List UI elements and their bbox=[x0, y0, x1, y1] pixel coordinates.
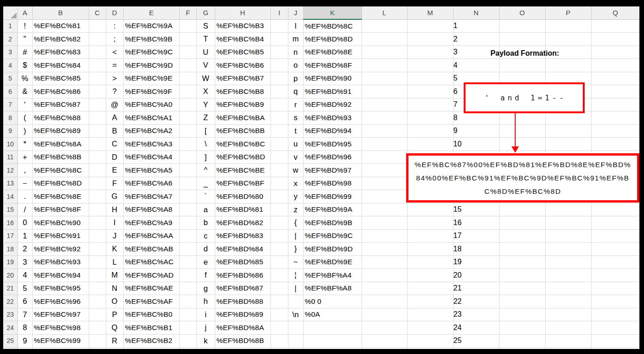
cell-K8[interactable]: %EF%BD%93 bbox=[303, 111, 362, 125]
cell-A26[interactable] bbox=[17, 348, 32, 349]
row-header-10[interactable]: 10 bbox=[3, 138, 17, 151]
cell-E23[interactable]: %EF%BC%B0 bbox=[123, 308, 179, 321]
cell-F4[interactable] bbox=[179, 59, 196, 72]
cell-N10[interactable]: 10 bbox=[453, 138, 499, 151]
cell-O17[interactable] bbox=[499, 229, 545, 243]
cell-F7[interactable] bbox=[179, 98, 196, 111]
column-header-M[interactable]: M bbox=[407, 6, 453, 19]
cell-H19[interactable]: %EF%BD%85 bbox=[215, 255, 270, 269]
cell-P21[interactable] bbox=[545, 282, 591, 295]
row-header-18[interactable]: 18 bbox=[3, 243, 17, 256]
row-header-6[interactable]: 6 bbox=[3, 85, 17, 99]
cell-I24[interactable] bbox=[270, 321, 288, 335]
cell-M19[interactable] bbox=[407, 255, 453, 269]
cell-M17[interactable] bbox=[407, 229, 453, 243]
cell-M7[interactable] bbox=[407, 98, 453, 111]
cell-H18[interactable]: %EF%BD%84 bbox=[215, 243, 270, 256]
cell-A15[interactable]: / bbox=[17, 203, 32, 216]
cell-P15[interactable] bbox=[545, 203, 591, 216]
cell-B22[interactable]: %EF%BC%96 bbox=[32, 295, 89, 308]
cell-O21[interactable] bbox=[499, 282, 545, 295]
cell-M18[interactable] bbox=[407, 243, 453, 256]
cell-C3[interactable] bbox=[89, 46, 106, 59]
cell-D10[interactable]: C bbox=[106, 138, 123, 151]
cell-K23[interactable]: %0A bbox=[303, 308, 362, 321]
cell-L22[interactable] bbox=[362, 295, 407, 308]
row-header-1[interactable]: 1 bbox=[3, 19, 17, 33]
row-header-5[interactable]: 5 bbox=[3, 72, 17, 85]
cell-L20[interactable] bbox=[362, 269, 407, 282]
cell-A24[interactable]: 8 bbox=[17, 321, 32, 335]
cell-G6[interactable]: X bbox=[196, 85, 215, 99]
cell-F17[interactable] bbox=[179, 229, 196, 243]
cell-G19[interactable]: e bbox=[196, 255, 215, 269]
cell-F8[interactable] bbox=[179, 111, 196, 125]
row-header-22[interactable]: 22 bbox=[3, 295, 17, 308]
cell-N23[interactable]: 23 bbox=[453, 308, 499, 321]
column-header-P[interactable]: P bbox=[545, 6, 591, 19]
cell-M22[interactable] bbox=[407, 295, 453, 308]
cell-J18[interactable]: } bbox=[288, 243, 303, 256]
cell-M15[interactable] bbox=[407, 203, 453, 216]
cell-K26[interactable] bbox=[303, 348, 362, 349]
cell-I1[interactable] bbox=[270, 19, 288, 33]
cell-C11[interactable] bbox=[89, 151, 106, 164]
cell-D3[interactable]: < bbox=[106, 46, 123, 59]
cell-M24[interactable] bbox=[407, 321, 453, 335]
cell-I7[interactable] bbox=[270, 98, 288, 111]
row-header-12[interactable]: 12 bbox=[3, 164, 17, 177]
cell-P24[interactable] bbox=[545, 321, 591, 335]
cell-K18[interactable]: %EF%BD%9D bbox=[303, 243, 362, 256]
cell-F25[interactable] bbox=[179, 334, 196, 348]
cell-C25[interactable] bbox=[89, 334, 106, 348]
cell-O10[interactable] bbox=[499, 138, 545, 151]
row-header-17[interactable]: 17 bbox=[3, 229, 17, 243]
cell-H13[interactable]: %EF%BC%BF bbox=[215, 177, 270, 190]
cell-E14[interactable]: %EF%BC%A7 bbox=[123, 190, 179, 203]
cell-E8[interactable]: %EF%BC%A1 bbox=[123, 111, 179, 125]
column-header-H[interactable]: H bbox=[215, 6, 270, 19]
cell-G14[interactable]: ` bbox=[196, 190, 215, 203]
cell-I23[interactable] bbox=[270, 308, 288, 321]
row-header-15[interactable]: 15 bbox=[3, 203, 17, 216]
cell-E18[interactable]: %EF%BC%AB bbox=[123, 243, 179, 256]
cell-K14[interactable]: %EF%BD%99 bbox=[303, 190, 362, 203]
cell-K17[interactable]: %EF%BD%9C bbox=[303, 229, 362, 243]
cell-A8[interactable]: ( bbox=[17, 111, 32, 125]
cell-K5[interactable]: %EF%BD%90 bbox=[303, 72, 362, 85]
column-header-G[interactable]: G bbox=[196, 6, 215, 19]
cell-J7[interactable]: r bbox=[288, 98, 303, 111]
cell-G7[interactable]: Y bbox=[196, 98, 215, 111]
cell-D21[interactable]: N bbox=[106, 282, 123, 295]
cell-G9[interactable]: [ bbox=[196, 124, 215, 138]
cell-N17[interactable]: 17 bbox=[453, 229, 499, 243]
cell-M4[interactable] bbox=[407, 59, 453, 72]
cell-A1[interactable]: ! bbox=[17, 19, 32, 33]
cell-I2[interactable] bbox=[270, 33, 288, 46]
cell-O25[interactable] bbox=[499, 334, 545, 348]
cell-J3[interactable]: n bbox=[288, 46, 303, 59]
cell-L4[interactable] bbox=[362, 59, 407, 72]
cell-I21[interactable] bbox=[270, 282, 288, 295]
cell-N22[interactable]: 22 bbox=[453, 295, 499, 308]
cell-D18[interactable]: K bbox=[106, 243, 123, 256]
cell-E13[interactable]: %EF%BC%A6 bbox=[123, 177, 179, 190]
cell-J12[interactable]: w bbox=[288, 164, 303, 177]
cell-D5[interactable]: > bbox=[106, 72, 123, 85]
row-header-25[interactable]: 25 bbox=[3, 334, 17, 348]
cell-N20[interactable]: 20 bbox=[453, 269, 499, 282]
cell-F6[interactable] bbox=[179, 85, 196, 99]
cell-O2[interactable] bbox=[499, 33, 545, 46]
cell-H26[interactable] bbox=[215, 348, 270, 349]
cell-O4[interactable] bbox=[499, 59, 545, 72]
cell-F21[interactable] bbox=[179, 282, 196, 295]
cell-C24[interactable] bbox=[89, 321, 106, 335]
cell-D4[interactable]: = bbox=[106, 59, 123, 72]
cell-K4[interactable]: %EF%BD%8F bbox=[303, 59, 362, 72]
cell-L7[interactable] bbox=[362, 98, 407, 111]
cell-G10[interactable]: \ bbox=[196, 138, 215, 151]
cell-Q6[interactable] bbox=[591, 85, 639, 99]
cell-J11[interactable]: v bbox=[288, 151, 303, 164]
column-header-C[interactable]: C bbox=[89, 6, 106, 19]
cell-P10[interactable] bbox=[545, 138, 591, 151]
